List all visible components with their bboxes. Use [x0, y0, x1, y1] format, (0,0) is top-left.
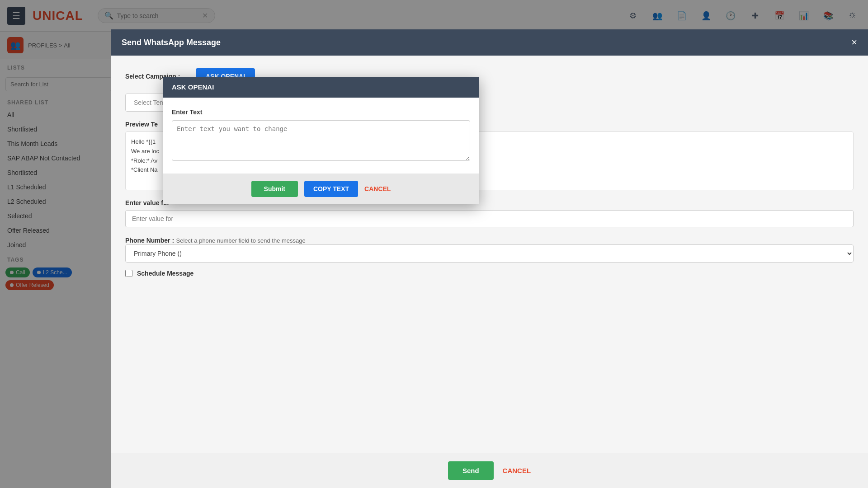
modal-close-button[interactable]: × [851, 37, 857, 48]
submit-button[interactable]: Submit [251, 181, 298, 197]
enter-text-textarea[interactable] [172, 120, 470, 161]
inner-modal-footer: Submit COPY TEXT CANCEL [163, 174, 479, 204]
enter-text-label: Enter Text [172, 108, 470, 116]
inner-modal-body: Enter Text [163, 98, 479, 174]
ask-openai-modal: ASK OPENAI Enter Text Submit COPY TEXT C… [163, 77, 479, 204]
inner-modal-header: ASK OPENAI [163, 77, 479, 98]
enter-value-input[interactable] [125, 210, 854, 227]
modal-title: Send WhatsApp Message [122, 38, 221, 47]
send-button[interactable]: Send [448, 461, 494, 480]
schedule-label: Schedule Message [137, 270, 193, 277]
modal-footer: Send CANCEL [111, 453, 868, 488]
phone-section: Phone Number : Select a phone number fie… [125, 236, 854, 263]
inner-modal-title: ASK OPENAI [172, 83, 214, 91]
phone-dropdown[interactable]: Primary Phone () [125, 244, 854, 263]
schedule-checkbox[interactable] [125, 270, 132, 277]
schedule-row: Schedule Message [125, 270, 854, 277]
cancel-inner-link[interactable]: CANCEL [364, 185, 391, 192]
modal-header: Send WhatsApp Message × [111, 29, 868, 56]
phone-sub: Select a phone number field to send the … [176, 237, 306, 244]
copy-text-button[interactable]: COPY TEXT [304, 181, 358, 197]
cancel-link[interactable]: CANCEL [503, 467, 531, 474]
phone-label: Phone Number : [125, 237, 174, 244]
